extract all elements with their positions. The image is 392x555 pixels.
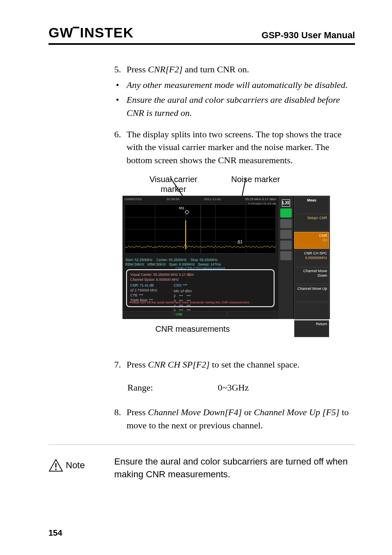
- step-number: 5.: [114, 63, 127, 76]
- range-value: 0~3GHz: [218, 381, 249, 394]
- icon-preamp: [280, 230, 292, 239]
- bullet-item: •Any other measurement mode will automat…: [114, 79, 355, 92]
- icon-sweep: [280, 208, 292, 217]
- note-row: Note Ensure the aural and color subcarri…: [48, 456, 355, 481]
- icon-band: [280, 251, 292, 260]
- cmd-cnr-f2: CNR[F2]: [148, 64, 182, 74]
- page-header: GWINSTEK GSP-930 User Manual: [48, 25, 355, 45]
- step-body: Press CNR[F2] and turn CNR on.: [127, 63, 355, 76]
- softkey-f5-moveup[interactable]: Channel Move Up: [294, 285, 329, 302]
- softkey-f1[interactable]: Setup> CNR: [294, 214, 329, 231]
- note-text: Ensure the aural and color subcarriers a…: [114, 456, 355, 481]
- softkey-return[interactable]: Return: [294, 320, 329, 337]
- spectrum-plot: M1 Δ1: [125, 204, 276, 254]
- icon-trace: [280, 240, 292, 250]
- page-number: 154: [48, 528, 62, 538]
- softkey-f4-movedown[interactable]: Channel Move Down: [294, 267, 329, 284]
- carrier-peak: [185, 220, 186, 249]
- label-noise-marker: Noise marker: [219, 174, 293, 194]
- softkey-blank: [294, 303, 329, 319]
- figure-top-labels: Visual carrier marker Noise marker: [136, 174, 355, 194]
- icon-trigger: [280, 219, 292, 228]
- figure: Visual carrier marker Noise marker GWINS…: [114, 174, 355, 335]
- step-number: 7.: [114, 358, 127, 371]
- step-6: 6. The display splits into two screens. …: [114, 128, 355, 167]
- softkey-f3-chspc[interactable]: CNR CH SPC6.000000MHz: [294, 250, 329, 266]
- step-8: 8. Press Channel Move Down[F4] or Channe…: [114, 406, 355, 432]
- status-bar: USB: [123, 311, 278, 317]
- side-icon-column: LXI: [278, 196, 293, 319]
- marker-m1: [185, 210, 190, 215]
- cmd-movedown: Channel Move Down[F4]: [148, 407, 242, 417]
- cmd-moveup: Channel Move Up [F5]: [254, 407, 339, 417]
- label-visual-carrier-marker: Visual carrier marker: [136, 174, 210, 194]
- step-body: Press CNR CH SP[F2] to set the channel s…: [127, 358, 355, 371]
- step-body: The display splits into two screens. The…: [127, 128, 355, 167]
- svg-point-3: [55, 469, 57, 470]
- divider: [48, 444, 355, 445]
- range-row: Range: 0~3GHz: [127, 381, 355, 394]
- range-label: Range:: [127, 381, 218, 394]
- step-body: Press Channel Move Down[F4] or Channel M…: [127, 406, 355, 432]
- softkey-title: Meas: [294, 197, 329, 213]
- step-number: 6.: [114, 128, 127, 167]
- step-5: 5. Press CNR[F2] and turn CNR on.: [114, 63, 355, 76]
- bullet-item: •Ensure the aural and color subcarriers …: [114, 93, 355, 120]
- screenshot-main: GWINSTEK 01:54:59 2011-11-03 55.25 MHz 0…: [123, 196, 278, 319]
- device-screenshot: GWINSTEK 01:54:59 2011-11-03 55.25 MHz 0…: [122, 196, 330, 319]
- softkey-f2-cnr[interactable]: CNROn: [294, 232, 329, 249]
- m1-label: M1: [179, 206, 184, 211]
- softkey-column: Meas Setup> CNR CNROn CNR CH SPC6.000000…: [293, 196, 330, 319]
- warning-icon: [48, 459, 63, 472]
- step-number: 8.: [114, 406, 127, 432]
- delta-marker: Δ1: [238, 239, 242, 245]
- note-label: Note: [48, 456, 114, 472]
- cmd-cnr-chsp: CNR CH SP[F2]: [148, 359, 210, 370]
- cnr-measurement-box: Visual Carrier: 55.250000 MHz 0.17 dBm C…: [126, 269, 274, 307]
- manual-title: GSP-930 User Manual: [262, 30, 355, 41]
- plot-footer: Start: 52.250MHz Center: 55.250MHz Stop:…: [125, 258, 221, 267]
- step-7: 7. Press CNR CH SP[F2] to set the channe…: [114, 358, 355, 371]
- brand-logo: GWINSTEK: [48, 25, 134, 41]
- main-content: 5. Press CNR[F2] and turn CNR on. •Any o…: [114, 63, 355, 432]
- step-5-bullets: •Any other measurement mode will automat…: [114, 79, 355, 120]
- scr-marker-r1: 55.25 MHz 0.17 dBm: [245, 197, 276, 202]
